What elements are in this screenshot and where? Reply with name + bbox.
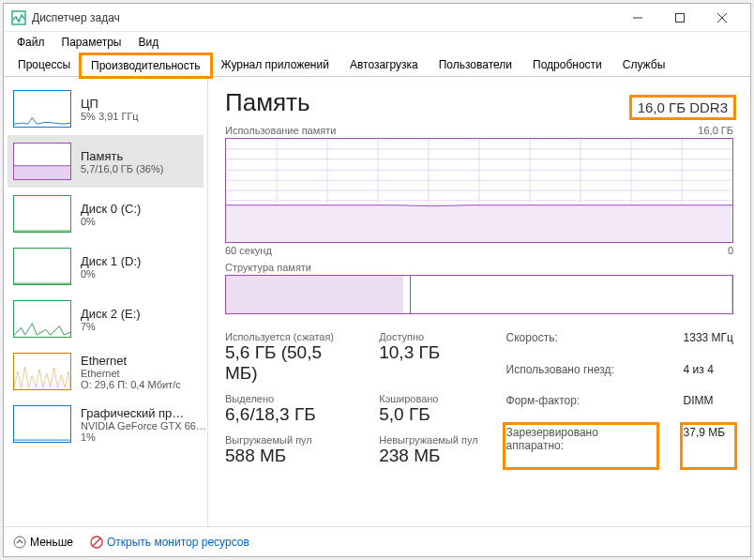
svg-marker-28 (226, 205, 732, 242)
gpu-thumb (13, 405, 71, 443)
sidebar-item-cpu[interactable]: ЦП 5% 3,91 ГГц (8, 83, 204, 135)
gpu-sub: NVIDIA GeForce GTX 66… (81, 420, 206, 431)
stats-left: Используется (сжатая) 5,6 ГБ (50,5 МБ) Д… (225, 331, 478, 466)
paged-label: Выгружаемый пул (225, 434, 354, 446)
in-use-label: Используется (сжатая) (225, 331, 354, 342)
memory-capacity: 16,0 ГБ DDR3 (632, 98, 733, 117)
disk0-sub: 0% (81, 216, 141, 227)
minimize-button[interactable] (616, 5, 658, 31)
sidebar-item-gpu[interactable]: Графический пр… NVIDIA GeForce GTX 66… 1… (8, 398, 204, 450)
memory-title: Память (81, 149, 163, 163)
tab-app-history[interactable]: Журнал приложений (211, 53, 339, 76)
form-label: Форм-фактор: (506, 394, 656, 422)
chevron-up-circle-icon (13, 536, 26, 549)
cpu-sub: 5% 3,91 ГГц (81, 111, 139, 122)
gpu-sub2: 1% (81, 431, 206, 443)
disk2-sub: 7% (81, 321, 141, 332)
hw-reserved-label: Зарезервировано аппаратно: (506, 426, 656, 467)
chart1-xmin: 60 секунд (225, 245, 272, 256)
memory-usage-chart[interactable] (225, 138, 733, 243)
task-manager-window: Диспетчер задач Файл Параметры Вид Проце… (3, 3, 751, 557)
sidebar-item-memory[interactable]: Память 5,7/16,0 ГБ (36%) (8, 135, 204, 188)
tab-performance[interactable]: Производительность (81, 54, 210, 77)
disk0-thumb (13, 195, 71, 233)
tabbar: Процессы Производительность Журнал прило… (4, 53, 750, 77)
disk2-title: Диск 2 (E:) (81, 307, 141, 321)
chart1-max: 16,0 ГБ (698, 125, 733, 136)
cpu-title: ЦП (81, 97, 139, 111)
speed-label: Скорость: (506, 331, 656, 359)
window-title: Диспетчер задач (32, 11, 616, 24)
svg-rect-5 (14, 166, 70, 179)
menu-view[interactable]: Вид (130, 34, 166, 51)
menu-file[interactable]: Файл (9, 34, 53, 51)
svg-line-31 (93, 538, 100, 546)
memory-thumb (13, 143, 71, 180)
disk0-title: Диск 0 (C:) (81, 202, 141, 216)
form-value: DIMM (684, 394, 733, 422)
available-label: Доступно (379, 331, 477, 342)
svg-point-29 (14, 537, 25, 548)
sidebar: ЦП 5% 3,91 ГГц Память 5,7/16,0 ГБ (36%) (4, 77, 208, 526)
maximize-button[interactable] (658, 5, 701, 31)
close-button[interactable] (701, 5, 743, 31)
tab-startup[interactable]: Автозагрузка (339, 53, 429, 76)
sidebar-item-ethernet[interactable]: Ethernet Ethernet О: 29,6 П: 0,4 Мбит/с (8, 345, 204, 398)
ethernet-thumb (13, 353, 71, 390)
hw-reserved-value: 37,9 МБ (684, 426, 733, 467)
available-value: 10,3 ГБ (379, 342, 477, 363)
tab-processes[interactable]: Процессы (8, 53, 81, 76)
disk1-title: Диск 1 (D:) (81, 254, 141, 268)
committed-label: Выделено (225, 393, 354, 404)
paged-value: 588 МБ (225, 446, 354, 466)
ethernet-title: Ethernet (81, 354, 181, 368)
cpu-thumb (13, 90, 71, 128)
committed-value: 6,6/18,3 ГБ (225, 404, 354, 425)
main-panel: Память 16,0 ГБ DDR3 Использование памяти… (208, 77, 750, 526)
fewer-details-button[interactable]: Меньше (13, 536, 73, 549)
disk2-thumb (13, 300, 71, 338)
tab-details[interactable]: Подробности (522, 53, 612, 76)
cached-label: Кэшировано (379, 393, 477, 404)
svg-rect-2 (675, 13, 684, 22)
memory-sub: 5,7/16,0 ГБ (36%) (81, 163, 163, 174)
nonpaged-value: 238 МБ (379, 446, 477, 466)
stats-right: Скорость: 1333 МГц Использовано гнезд: 4… (506, 331, 733, 466)
slots-value: 4 из 4 (684, 363, 733, 391)
slots-label: Использовано гнезд: (506, 363, 656, 391)
open-resource-monitor-link[interactable]: Открыть монитор ресурсов (90, 536, 249, 549)
page-title: Память (225, 88, 310, 117)
menu-options[interactable]: Параметры (54, 34, 129, 51)
chart1-xmax: 0 (728, 245, 733, 256)
menubar: Файл Параметры Вид (4, 32, 750, 53)
disk1-thumb (13, 248, 71, 285)
sidebar-item-disk2[interactable]: Диск 2 (E:) 7% (8, 293, 204, 345)
speed-value: 1333 МГц (684, 331, 733, 359)
ethernet-sub2: О: 29,6 П: 0,4 Мбит/с (81, 379, 181, 390)
nonpaged-label: Невыгружаемый пул (379, 434, 477, 446)
resource-monitor-icon (90, 536, 103, 549)
gpu-title: Графический пр… (81, 406, 206, 420)
sidebar-item-disk1[interactable]: Диск 1 (D:) 0% (8, 240, 204, 293)
ethernet-sub: Ethernet (81, 368, 181, 379)
chart1-label: Использование памяти (225, 125, 336, 136)
footer: Меньше Открыть монитор ресурсов (4, 526, 750, 556)
chart2-label: Структура памяти (225, 262, 733, 273)
cached-value: 5,0 ГБ (379, 404, 477, 425)
in-use-value: 5,6 ГБ (50,5 МБ) (225, 342, 354, 384)
tab-users[interactable]: Пользователи (429, 53, 522, 76)
disk1-sub: 0% (81, 268, 141, 280)
memory-composition-chart[interactable] (225, 275, 733, 314)
app-icon (11, 10, 26, 25)
titlebar: Диспетчер задач (4, 4, 750, 32)
sidebar-item-disk0[interactable]: Диск 0 (C:) 0% (8, 188, 204, 240)
tab-services[interactable]: Службы (612, 53, 675, 76)
